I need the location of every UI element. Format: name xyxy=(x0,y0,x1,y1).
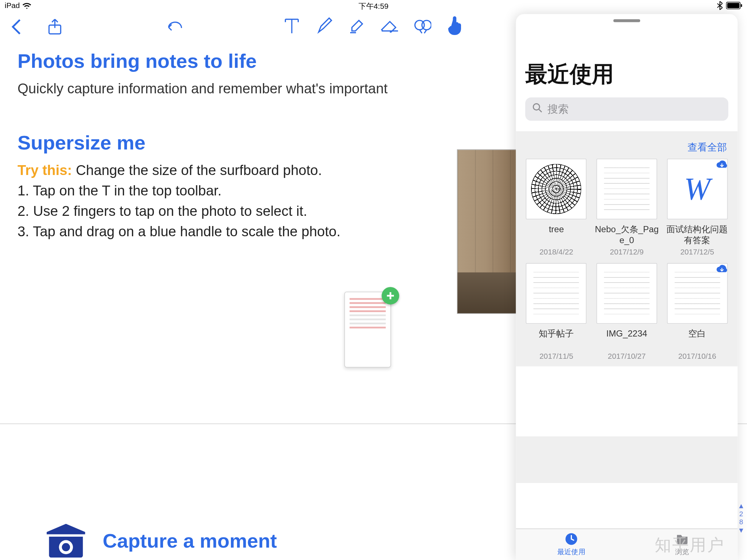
finger-tool[interactable] xyxy=(445,15,466,36)
panel-title: 最近使用 xyxy=(525,59,728,89)
view-all-link[interactable]: 查看全部 xyxy=(516,131,738,159)
battery-icon xyxy=(726,2,742,9)
document-name: 知乎帖子 xyxy=(524,328,589,351)
svg-rect-2 xyxy=(741,4,742,7)
svg-rect-1 xyxy=(727,3,740,8)
scroll-down-icon[interactable]: ▼ xyxy=(736,526,746,534)
search-icon xyxy=(532,103,543,116)
scroll-pos-top: 2 xyxy=(736,510,746,518)
document-date: 2017/11/5 xyxy=(524,352,589,361)
document-date: 2017/10/16 xyxy=(665,352,729,361)
document-date: 2017/12/5 xyxy=(665,247,729,256)
tab-browse[interactable]: 浏览 xyxy=(627,529,738,560)
camera-icon xyxy=(47,524,85,558)
cloud-icon xyxy=(715,158,728,171)
document-name: 空白 xyxy=(665,328,729,351)
document-thumb: W xyxy=(667,159,727,219)
document-thumb xyxy=(596,159,657,219)
document-date: 2017/10/27 xyxy=(595,352,659,361)
document-name: tree xyxy=(524,224,589,246)
document-name: Nebo_欠条_Page_0 xyxy=(595,224,659,246)
document-thumb xyxy=(596,263,657,324)
drag-add-badge xyxy=(382,287,399,304)
tab-recent-label: 最近使用 xyxy=(557,547,585,557)
text-tool[interactable] xyxy=(281,15,302,36)
lasso-tool[interactable] xyxy=(412,15,433,36)
heading-capture: Capture a moment xyxy=(103,529,277,552)
pen-tool[interactable] xyxy=(314,15,335,36)
clock: 下午4:59 xyxy=(359,1,388,12)
search-input[interactable] xyxy=(547,103,721,115)
document-item[interactable]: Nebo_欠条_Page_02017/12/9 xyxy=(595,159,659,256)
share-button[interactable] xyxy=(44,16,66,38)
back-button[interactable] xyxy=(6,16,27,38)
search-box[interactable] xyxy=(525,97,728,121)
highlighter-tool[interactable] xyxy=(347,15,368,36)
eraser-tool[interactable] xyxy=(379,15,400,36)
panel-body: 查看全部 tree2018/4/22Nebo_欠条_Page_02017/12/… xyxy=(516,131,738,483)
scroll-indicator[interactable]: ▲ 2 8 ▼ xyxy=(736,502,746,534)
tab-browse-label: 浏览 xyxy=(675,547,689,557)
status-bar: iPad 下午4:59 xyxy=(0,0,747,12)
document-name: 面试结构化问题 有答案 xyxy=(665,224,729,246)
undo-button[interactable] xyxy=(165,16,186,38)
document-name: IMG_2234 xyxy=(595,328,659,351)
document-thumb xyxy=(526,263,587,324)
panel-tab-bar: 最近使用 浏览 xyxy=(516,529,738,560)
scroll-pos-bottom: 8 xyxy=(736,518,746,526)
tab-recent[interactable]: 最近使用 xyxy=(516,529,627,560)
drag-preview-thumb[interactable] xyxy=(344,292,391,368)
document-grid: tree2018/4/22Nebo_欠条_Page_02017/12/9W面试结… xyxy=(516,159,738,366)
svg-point-8 xyxy=(62,543,70,551)
try-this-text: Change the size of the surfboard photo. xyxy=(72,162,322,178)
document-item[interactable]: IMG_22342017/10/27 xyxy=(595,263,659,361)
panel-grabber[interactable] xyxy=(614,19,640,22)
svg-point-9 xyxy=(533,104,539,110)
document-thumb xyxy=(526,159,587,219)
document-item[interactable]: W面试结构化问题 有答案2017/12/5 xyxy=(665,159,729,256)
try-this-label: Try this: xyxy=(18,162,72,178)
document-item[interactable]: tree2018/4/22 xyxy=(524,159,589,256)
wifi-icon xyxy=(22,2,32,9)
files-panel: 最近使用 查看全部 tree2018/4/22Nebo_欠条_Page_0201… xyxy=(516,14,738,560)
bluetooth-icon xyxy=(717,1,722,10)
app-root: iPad 下午4:59 xyxy=(0,0,747,560)
document-thumb xyxy=(667,263,727,324)
scroll-up-icon[interactable]: ▲ xyxy=(736,502,746,510)
document-date: 2018/4/22 xyxy=(524,247,589,256)
device-label: iPad xyxy=(5,1,20,10)
document-item[interactable]: 知乎帖子2017/11/5 xyxy=(524,263,589,361)
document-item[interactable]: 空白2017/10/16 xyxy=(665,263,729,361)
document-date: 2017/12/9 xyxy=(595,247,659,256)
cloud-icon xyxy=(715,262,728,275)
svg-point-5 xyxy=(422,20,431,30)
